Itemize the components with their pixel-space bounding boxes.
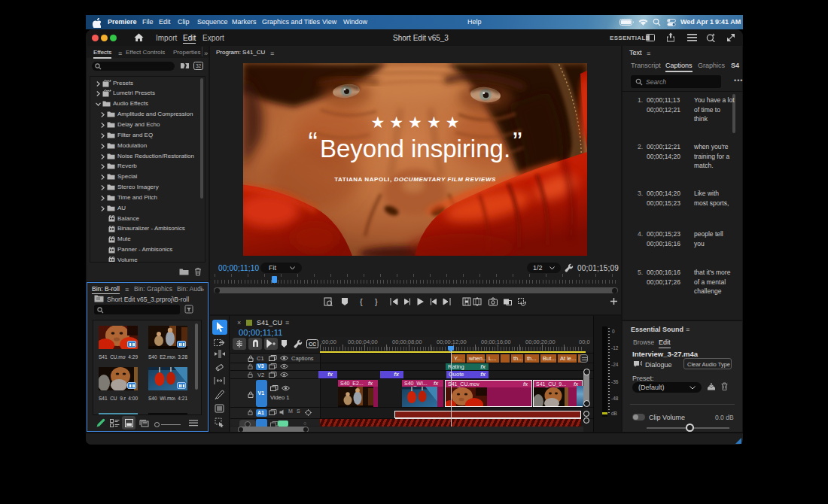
svg-text:32: 32	[196, 63, 202, 68]
svg-text:CC: CC	[309, 342, 316, 347]
svg-text:{: {	[360, 297, 363, 306]
svg-text:}: }	[375, 297, 378, 306]
